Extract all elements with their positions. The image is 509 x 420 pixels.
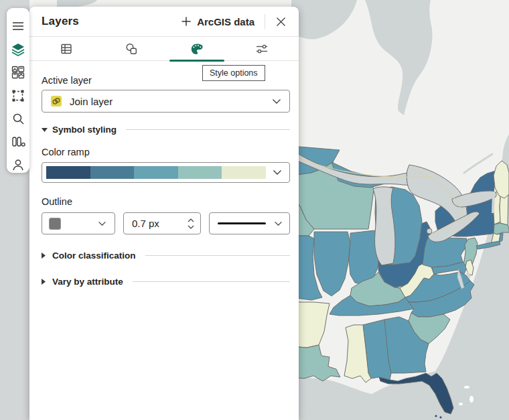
section-rule — [126, 129, 290, 130]
tab-shapes[interactable] — [99, 37, 165, 60]
chevron-down-icon — [274, 221, 283, 226]
join-layer-icon — [50, 95, 62, 107]
outline-controls: 0.7 px — [42, 212, 290, 234]
map-toolbar — [7, 8, 29, 173]
palette-icon — [190, 42, 204, 56]
outline-width-value: 0.7 px — [132, 218, 159, 229]
solid-line-sample — [218, 222, 266, 224]
map-state[interactable] — [494, 223, 509, 234]
island — [459, 403, 463, 405]
layers-panel: Layers ArcGIS data — [29, 7, 299, 420]
ramp-segment — [46, 166, 90, 179]
panel-header: Layers ArcGIS data — [29, 7, 299, 37]
section-rule — [145, 255, 290, 256]
outline-width-stepper[interactable]: 0.7 px — [123, 212, 201, 234]
vary-by-attribute-section[interactable]: Vary by attribute — [42, 277, 290, 287]
stepper-down-icon[interactable] — [188, 225, 194, 229]
add-arcgis-data-label: ArcGIS data — [197, 16, 254, 27]
active-layer-dropdown[interactable]: Join layer — [42, 90, 290, 113]
triangle-right-icon — [42, 279, 51, 285]
outline-color-dropdown[interactable] — [42, 212, 115, 234]
color-ramp-label: Color ramp — [42, 147, 290, 157]
ramp-segment — [222, 166, 266, 179]
island — [469, 396, 474, 403]
selection-icon[interactable] — [10, 88, 26, 104]
plus-icon — [181, 16, 192, 27]
stepper-arrows — [188, 218, 194, 229]
vary-by-attribute-label: Vary by attribute — [52, 277, 123, 287]
header-divider — [265, 14, 265, 29]
panel-content: Active layer Join layer Symbol styling C… — [29, 75, 299, 287]
map-state[interactable] — [435, 415, 437, 417]
infographics-icon[interactable] — [10, 134, 26, 150]
outline-color-swatch — [49, 218, 61, 230]
close-icon[interactable] — [271, 12, 290, 31]
outline-style-dropdown[interactable] — [209, 212, 290, 234]
sliders-icon — [255, 42, 269, 56]
style-options-tooltip: Style options — [202, 65, 265, 81]
ramp-segment — [90, 166, 135, 179]
chevron-down-icon — [273, 169, 282, 176]
add-arcgis-data-button[interactable]: ArcGIS data — [177, 13, 259, 30]
color-classification-section[interactable]: Color classification — [42, 251, 290, 261]
stepper-up-icon[interactable] — [188, 218, 194, 222]
chevron-down-icon — [272, 98, 281, 104]
menu-icon[interactable] — [10, 18, 26, 34]
chevron-down-icon — [98, 221, 106, 226]
panel-tabs — [29, 37, 299, 61]
symbol-styling-section[interactable]: Symbol styling — [42, 125, 290, 135]
account-icon[interactable] — [10, 157, 26, 173]
search-icon[interactable] — [10, 111, 26, 127]
panel-title: Layers — [42, 15, 79, 28]
tab-style-options[interactable] — [164, 37, 230, 60]
color-classification-label: Color classification — [52, 251, 136, 261]
triangle-right-icon — [42, 253, 51, 259]
color-ramp-strip — [46, 166, 266, 179]
layers-icon[interactable] — [10, 42, 26, 58]
symbol-styling-label: Symbol styling — [52, 125, 117, 135]
active-layer-value: Join layer — [70, 96, 113, 107]
tab-analysis-settings[interactable] — [230, 37, 295, 60]
tab-fields[interactable] — [33, 37, 99, 60]
section-rule — [133, 281, 290, 282]
lake-st-clair — [427, 228, 432, 234]
triangle-down-icon — [42, 128, 51, 132]
island — [464, 386, 469, 389]
outline-label: Outline — [42, 196, 290, 207]
table-icon — [60, 42, 73, 56]
color-ramp-dropdown[interactable] — [42, 162, 290, 183]
map-state[interactable] — [439, 416, 441, 418]
basemap-icon[interactable] — [10, 65, 26, 81]
shapes-icon — [125, 42, 138, 56]
ramp-segment — [178, 166, 222, 179]
ramp-segment — [134, 166, 178, 179]
